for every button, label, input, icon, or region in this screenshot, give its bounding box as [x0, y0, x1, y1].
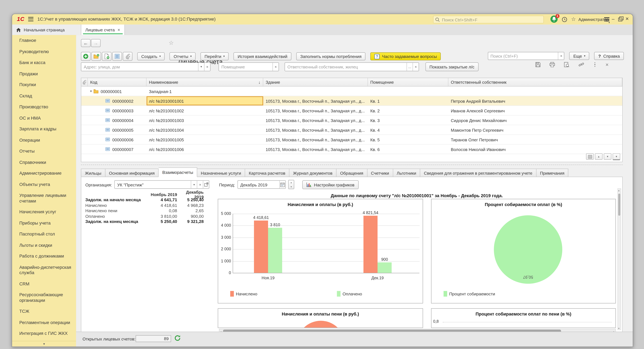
- splitter[interactable]: [81, 165, 623, 165]
- address-clear-icon[interactable]: ×: [204, 63, 210, 71]
- address-dropdown-icon[interactable]: ▾: [198, 63, 204, 71]
- period-field[interactable]: [238, 180, 286, 189]
- sidebar-item-20[interactable]: Работа с должниками: [12, 251, 76, 262]
- room-filter-input[interactable]: [219, 64, 272, 69]
- sidebar-item-10[interactable]: Операции: [12, 134, 76, 146]
- sidebar-item-14[interactable]: Объекты учета: [12, 179, 76, 190]
- sidebar-item-4[interactable]: Продажи: [12, 68, 76, 79]
- scroll-up-icon[interactable]: ▴: [618, 189, 620, 192]
- get-link-icon[interactable]: [578, 62, 584, 67]
- sidebar-item-11[interactable]: Отчеты: [12, 146, 76, 157]
- sidebar-item-8[interactable]: ОС и НМА: [12, 112, 76, 124]
- attachments-icon[interactable]: [123, 52, 132, 61]
- detail-tab-7[interactable]: Обращения: [336, 169, 367, 177]
- sidebar-item-22[interactable]: CRM: [12, 278, 76, 290]
- restore-button[interactable]: [618, 18, 622, 22]
- sidebar-item-26[interactable]: Интеграция с ГИС ЖКХ: [12, 328, 76, 339]
- sidebar-item-6[interactable]: Склад: [12, 90, 76, 102]
- goto-button[interactable]: Перейти▾: [200, 52, 229, 60]
- table-row-2[interactable]: 000000003л/с №2010001002105173, Москва г…: [81, 106, 622, 116]
- history-icon[interactable]: [562, 16, 567, 24]
- notifications-icon[interactable]: 1: [550, 15, 558, 25]
- main-menu-icon[interactable]: [28, 17, 34, 22]
- sidebar-item-5[interactable]: Покупки: [12, 79, 76, 90]
- spin-down-icon[interactable]: ▾: [289, 184, 294, 189]
- room-clear-icon[interactable]: ×: [272, 63, 279, 71]
- tab-personal-accounts[interactable]: Лицевые счета ×: [81, 25, 125, 35]
- tab-close-icon[interactable]: ×: [118, 27, 120, 32]
- owner-filter-input[interactable]: [285, 64, 406, 69]
- clear-search-icon[interactable]: ×: [558, 52, 564, 60]
- favorites-star-icon[interactable]: ☆: [571, 16, 576, 22]
- sidebar-item-18[interactable]: Паспортный стол: [12, 228, 76, 240]
- more-commands-icon[interactable]: [593, 62, 597, 67]
- sidebar-item-21[interactable]: Аварийно-диспетчерская служба: [12, 262, 76, 278]
- show-closed-accounts-button[interactable]: Показать закрытые л/с: [426, 62, 478, 71]
- table-group-row[interactable]: ▾000000001Западная-1: [81, 86, 622, 96]
- sidebar-item-25[interactable]: Регламентные операции: [12, 317, 76, 328]
- sidebar-item-24[interactable]: ТСЖ: [12, 306, 76, 317]
- save-icon[interactable]: [535, 62, 541, 67]
- organization-field[interactable]: ▾ ×: [114, 180, 210, 189]
- column-header-4[interactable]: Помещение: [368, 78, 448, 86]
- help-button[interactable]: ?Справка: [594, 52, 624, 60]
- table-row-3[interactable]: 000000004л/с №2010001003105173, Москва г…: [81, 116, 622, 125]
- detail-tab-9[interactable]: Льготники: [393, 169, 420, 177]
- owner-filter[interactable]: ... ×: [285, 62, 419, 71]
- create-button[interactable]: Создать▾: [137, 52, 165, 60]
- detail-tab-3[interactable]: Взаиморасчеты: [159, 168, 197, 177]
- sidebar-item-17[interactable]: Приборы учета: [12, 218, 76, 228]
- detail-tab-1[interactable]: Жильцы: [81, 169, 106, 177]
- scroll-down-icon[interactable]: ▾: [618, 327, 620, 330]
- detail-tab-2[interactable]: Основная информация: [105, 169, 158, 177]
- owner-select-icon[interactable]: ...: [406, 63, 413, 71]
- room-filter[interactable]: ×: [219, 62, 279, 71]
- tab-home[interactable]: Начальная страница: [12, 25, 81, 35]
- interaction-history-button[interactable]: История взаимодействий: [234, 52, 292, 60]
- detail-tab-10[interactable]: Сведения для отражения в регламентирован…: [420, 169, 536, 177]
- global-search[interactable]: [433, 16, 544, 24]
- detail-tab-4[interactable]: Назначенные услуги: [197, 169, 245, 177]
- service-menu-icon[interactable]: ▾: [604, 18, 610, 22]
- detail-tab-11[interactable]: Примечания: [536, 169, 568, 177]
- sidebar-item-9[interactable]: Зарплата и кадры: [12, 124, 76, 135]
- faq-button[interactable]: ?Часто задаваемые вопросы: [370, 52, 441, 60]
- table-row-1[interactable]: 000000002л/с №2010001001105173, Москва г…: [81, 96, 622, 106]
- reports-button[interactable]: Отчеты▾: [170, 52, 196, 60]
- column-header-2[interactable]: Наименование↓: [146, 78, 263, 86]
- column-header-5[interactable]: Ответственный собственник: [448, 78, 622, 86]
- sidebar-item-7[interactable]: Производство: [12, 102, 76, 112]
- sidebar-item-13[interactable]: Администрирование: [12, 168, 76, 179]
- close-form-icon[interactable]: ×: [606, 62, 608, 68]
- minimize-button[interactable]: –: [612, 16, 614, 22]
- owner-clear-icon[interactable]: ×: [413, 63, 419, 71]
- charts-vertical-scrollbar[interactable]: ▴ ▾: [618, 188, 621, 330]
- fill-norms-button[interactable]: Заполнить нормы потребления: [296, 52, 366, 60]
- forward-button[interactable]: →: [91, 39, 100, 47]
- back-button[interactable]: ←: [81, 39, 91, 47]
- table-row-4[interactable]: 000000005л/с №2010001004105173, Москва г…: [81, 125, 622, 135]
- list-grid-icon[interactable]: [586, 154, 594, 160]
- sidebar-item-19[interactable]: Льготы и скидки: [12, 240, 76, 251]
- scroll-up-icon[interactable]: ▴: [595, 154, 602, 160]
- sidebar-item-1[interactable]: Главное: [12, 35, 76, 46]
- calendar-icon[interactable]: [279, 181, 286, 188]
- org-open-icon[interactable]: [203, 181, 209, 188]
- print-icon[interactable]: [549, 62, 555, 67]
- attachment-column-icon[interactable]: [81, 78, 88, 86]
- sidebar-item-2[interactable]: Руководителю: [12, 46, 76, 57]
- tree-expanded-icon[interactable]: ▾: [90, 89, 92, 93]
- copy-icon[interactable]: [102, 52, 112, 61]
- address-filter[interactable]: ▾ ×: [81, 62, 210, 71]
- add-icon[interactable]: [81, 52, 91, 61]
- sidebar-item-23[interactable]: Ресурсоснабжающие организации: [12, 290, 76, 306]
- global-search-input[interactable]: [441, 17, 542, 22]
- sidebar-item-15[interactable]: Управление лицевыми счетами: [12, 190, 76, 206]
- address-filter-input[interactable]: [81, 64, 198, 69]
- list-settings-icon[interactable]: [112, 52, 122, 61]
- period-input[interactable]: [238, 182, 280, 187]
- organization-input[interactable]: [115, 182, 191, 187]
- favorite-page-star-icon[interactable]: ☆: [169, 40, 174, 46]
- vscroll-thumb[interactable]: [618, 194, 620, 216]
- column-header-3[interactable]: Здание: [263, 78, 368, 86]
